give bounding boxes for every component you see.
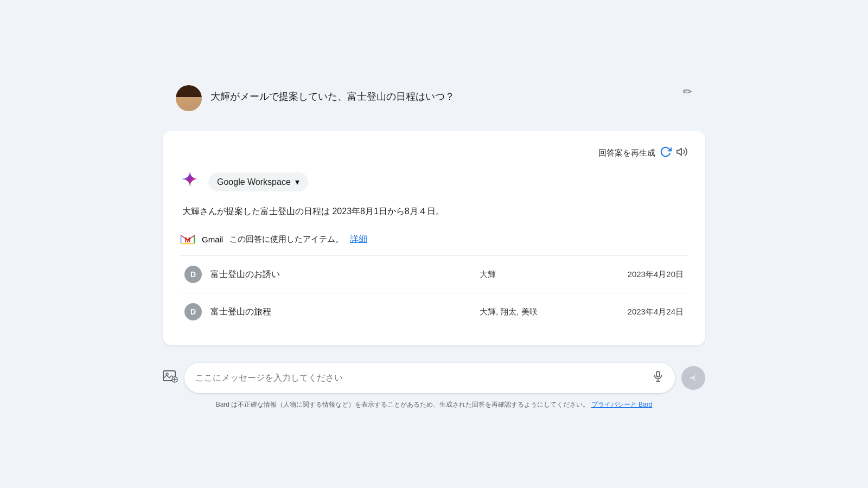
disclaimer-text: Bard は不正確な情報（人物に関する情報など）を表示することがあるため、生成さ… [216, 401, 590, 408]
response-header: Google Workspace ▾ [180, 171, 688, 193]
edit-button[interactable]: ✏ [683, 85, 692, 98]
email-subject-2: 富士登山の旅程 [210, 306, 471, 318]
email-row[interactable]: D 富士登山の旅程 大輝, 翔太, 美咲 2023年4月24日 [180, 293, 688, 330]
svg-rect-6 [656, 371, 660, 377]
response-text: 大輝さんが提案した富士登山の日程は 2023年8月1日から8月４日。 [180, 204, 688, 219]
email-date-2: 2023年4月24日 [597, 307, 684, 317]
email-avatar-2: D [184, 303, 202, 320]
disclaimer: Bard は不正確な情報（人物に関する情報など）を表示することがあるため、生成さ… [163, 400, 705, 409]
user-message-text: 大輝がメールで提案していた、富士登山の日程はいつ？ [210, 85, 692, 104]
refresh-icon[interactable] [660, 146, 672, 160]
email-sender-2: 大輝, 翔太, 美咲 [480, 307, 588, 317]
email-sender-1: 大輝 [480, 269, 588, 280]
gmail-description: この回答に使用したアイテム。 [229, 234, 343, 245]
user-message-row: 大輝がメールで提案していた、富士登山の日程はいつ？ ✏ [163, 74, 705, 122]
workspace-badge-label: Google Workspace [217, 177, 291, 187]
message-input[interactable] [195, 373, 652, 383]
gmail-logo: M [180, 232, 195, 247]
speaker-icon[interactable] [676, 146, 688, 160]
email-list: D 富士登山のお誘い 大輝 2023年4月20日 D 富士登山の旅程 大輝, 翔… [180, 255, 688, 330]
workspace-badge-button[interactable]: Google Workspace ▾ [208, 172, 308, 191]
input-area: Bard は不正確な情報（人物に関する情報など）を表示することがあるため、生成さ… [163, 354, 705, 414]
regenerate-label: 回答案を再生成 [598, 148, 655, 158]
response-card: 回答案を再生成 [163, 131, 705, 345]
response-top-bar: 回答案を再生成 [180, 146, 688, 160]
email-row[interactable]: D 富士登山のお誘い 大輝 2023年4月20日 [180, 256, 688, 293]
avatar [176, 85, 202, 111]
gmail-app-name: Gmail [202, 235, 223, 244]
chevron-down-icon: ▾ [295, 177, 299, 187]
send-button[interactable] [681, 366, 705, 390]
message-input-wrapper [184, 363, 675, 393]
svg-text:M: M [185, 236, 191, 244]
disclaimer-link[interactable]: プライバシーと Bard [591, 401, 653, 408]
main-container: 大輝がメールで提案していた、富士登山の日程はいつ？ ✏ 回答案を再生成 [163, 74, 705, 414]
image-upload-button[interactable] [163, 369, 178, 387]
microphone-icon[interactable] [652, 370, 664, 386]
gmail-source: M Gmail この回答に使用したアイテム。 詳細 [180, 232, 688, 247]
svg-marker-0 [677, 148, 681, 155]
email-avatar-1: D [184, 266, 202, 283]
input-row [163, 363, 705, 393]
email-date-1: 2023年4月20日 [597, 269, 684, 280]
gemini-logo [180, 171, 200, 193]
email-subject-1: 富士登山のお誘い [210, 269, 471, 280]
gmail-detail-link[interactable]: 詳細 [350, 234, 367, 245]
